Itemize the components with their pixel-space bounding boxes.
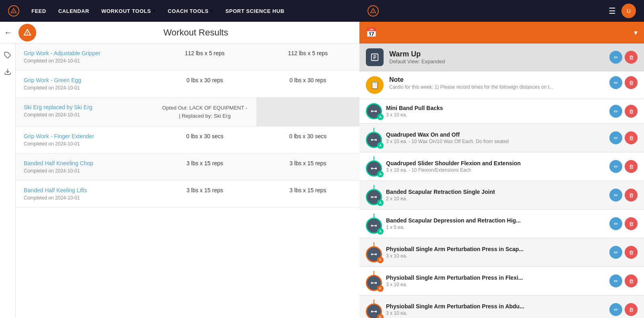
exercise-delete-button[interactable]: 🗑 (625, 131, 638, 144)
workout-date: Completed on 2024-10-01 (24, 85, 145, 91)
exercise-name: Quadruped Slider Shoulder Flexion and Ex… (386, 160, 605, 166)
workout-name[interactable]: Grip Work - Adjustable Gripper (24, 50, 145, 56)
nav-workout-tools[interactable]: WORKOUT TOOLS ▼ (101, 8, 156, 14)
exercise-info: Physioball Single Arm Perturbation Press… (386, 303, 605, 316)
exercise-connector: A (366, 214, 382, 234)
exercise-icon-wrap: A (366, 218, 382, 234)
note-title: Note (389, 76, 604, 83)
exercise-list: Warm Up Default View: Expanded ✏ 🗑 📋 Not… (359, 44, 644, 318)
exercise-info: Quadruped Slider Shoulder Flexion and Ex… (386, 160, 605, 173)
workout-stat2: 0 lbs x 30 secs (264, 133, 351, 139)
workout-date: Completed on 2024-10-01 (24, 58, 145, 64)
warm-up-subtitle: Default View: Expanded (389, 58, 604, 64)
exercise-delete-button[interactable]: 🗑 (625, 105, 638, 118)
right-panel: 📅 ▾ Warm Up Default View: Expanded ✏ (359, 22, 644, 318)
note-description: Cardio for this week: 1) Please record t… (389, 84, 604, 90)
exercise-icon-wrap: A (366, 103, 382, 119)
exercise-delete-button[interactable]: 🗑 (625, 246, 638, 259)
exercise-edit-button[interactable]: ✏ (609, 303, 622, 316)
nav-feed[interactable]: FEED (31, 8, 46, 14)
exercise-delete-button[interactable]: 🗑 (625, 217, 638, 230)
workout-tools-arrow: ▼ (153, 9, 156, 13)
exercise-delete-button[interactable]: 🗑 (625, 303, 638, 316)
exercise-edit-button[interactable]: ✏ (609, 189, 622, 202)
exercise-actions: ✏ 🗑 (609, 246, 638, 259)
exercise-actions: ✏ 🗑 (609, 160, 638, 173)
warm-up-edit-button[interactable]: ✏ (609, 51, 622, 64)
nav-coach-tools[interactable]: COACH TOOLS ▼ (168, 8, 213, 14)
coach-tools-arrow: ▼ (210, 9, 213, 13)
note-actions: ✏ 🗑 (609, 76, 638, 89)
right-nav-logo[interactable] (367, 5, 379, 17)
note-text: Note Cardio for this week: 1) Please rec… (389, 76, 604, 90)
workout-stat1: 112 lbs x 5 reps (161, 50, 248, 56)
nav-sport-science[interactable]: SPORT SCIENCE HUB (225, 8, 284, 14)
exercise-info: Banded Scapular Depression and Retractio… (386, 217, 605, 230)
right-panel-top-bar: 📅 ▾ (359, 22, 644, 44)
workout-stat1: 3 lbs x 15 reps (161, 160, 248, 166)
left-panel: ← Workout Results (0, 22, 359, 318)
exercise-icon-wrap: F (366, 275, 382, 291)
nav-calendar[interactable]: CALENDAR (58, 8, 89, 14)
svg-point-2 (13, 12, 14, 13)
exercise-edit-button[interactable]: ✏ (609, 246, 622, 259)
chevron-down-icon[interactable]: ▾ (634, 28, 638, 37)
warm-up-text: Warm Up Default View: Expanded (389, 50, 604, 64)
workout-name[interactable]: Grip Work - Green Egg (24, 77, 145, 83)
workout-stat2: 0 lbs x 30 reps (264, 77, 351, 83)
calendar-icon[interactable]: 📅 (366, 27, 377, 38)
note-delete-button[interactable]: 🗑 (625, 76, 638, 89)
exercise-actions: ✏ 🗑 (609, 217, 638, 230)
exercise-desc: 2 x 10 ea. (386, 196, 605, 202)
exercise-delete-button[interactable]: 🗑 (625, 160, 638, 173)
exercise-edit-button[interactable]: ✏ (609, 217, 622, 230)
back-button[interactable]: ← (4, 28, 12, 37)
exercise-desc: 3 x 10 ea. (386, 282, 605, 287)
exercise-name: Banded Scapular Depression and Retractio… (386, 217, 605, 224)
exercise-name: Physioball Single Arm Perturbation Press… (386, 246, 605, 252)
workout-stat1: 0 lbs x 30 reps (161, 77, 248, 83)
table-row: Banded Half Keeling Lifts Completed on 2… (16, 181, 359, 208)
exercise-name: Physioball Single Arm Perturbation Press… (386, 303, 605, 310)
user-avatar[interactable]: U (621, 4, 636, 18)
exercise-delete-button[interactable]: 🗑 (625, 274, 638, 287)
warm-up-title: Warm Up (389, 50, 604, 58)
workout-name[interactable]: Ski Erg replaced by Ski Erg (24, 104, 145, 110)
exercise-delete-button[interactable]: 🗑 (625, 189, 638, 202)
warm-up-delete-button[interactable]: 🗑 (625, 51, 638, 64)
exercise-badge: F (377, 257, 384, 263)
exercise-desc: 3 x 10 ea. (386, 112, 605, 118)
warm-up-icon (366, 48, 384, 66)
exercise-actions: ✏ 🗑 (609, 274, 638, 287)
workout-name[interactable]: Grip Work - Finger Extender (24, 133, 145, 139)
exercise-name: Quadruped Wax On and Off (386, 131, 605, 138)
list-item: F Physioball Single Arm Perturbation Pre… (359, 295, 644, 318)
download-icon[interactable] (4, 68, 11, 77)
table-row: Banded Half Kneeling Chop Completed on 2… (16, 154, 359, 181)
exercise-icon-wrap: F (366, 246, 382, 262)
hamburger-menu[interactable]: ☰ (609, 6, 616, 16)
opted-out-text: Opted Out: LACK OF EQUIPMENT - | Replace… (161, 104, 248, 120)
exercise-badge: A (377, 200, 384, 206)
tag-icon[interactable] (4, 52, 11, 61)
exercise-desc: 1 x 5 ea. (386, 224, 605, 230)
nav-logo[interactable] (8, 5, 19, 17)
exercise-edit-button[interactable]: ✏ (609, 131, 622, 144)
exercise-connector: A (366, 156, 382, 177)
workout-stat2: 3 lbs x 15 reps (264, 187, 351, 193)
workout-stat2: 3 lbs x 15 reps (264, 160, 351, 166)
workout-date: Completed on 2024-10-01 (24, 112, 145, 118)
exercise-items-container: A Mini Band Pull Backs 3 x 10 ea. ✏ 🗑 A (359, 99, 644, 318)
workout-name[interactable]: Banded Half Kneeling Chop (24, 160, 145, 166)
main-content: ← Workout Results (0, 22, 644, 318)
exercise-edit-button[interactable]: ✏ (609, 160, 622, 173)
svg-point-5 (373, 12, 374, 13)
exercise-edit-button[interactable]: ✏ (609, 105, 622, 118)
exercise-badge: A (377, 228, 384, 235)
exercise-connector: A (366, 185, 382, 205)
exercise-desc: 3 x 10 ea. - 10 Flexion/Extensions Each (386, 167, 605, 173)
exercise-edit-button[interactable]: ✏ (609, 274, 622, 287)
workout-name[interactable]: Banded Half Keeling Lifts (24, 187, 145, 193)
note-edit-button[interactable]: ✏ (609, 76, 622, 89)
exercise-icon-wrap: A (366, 160, 382, 177)
